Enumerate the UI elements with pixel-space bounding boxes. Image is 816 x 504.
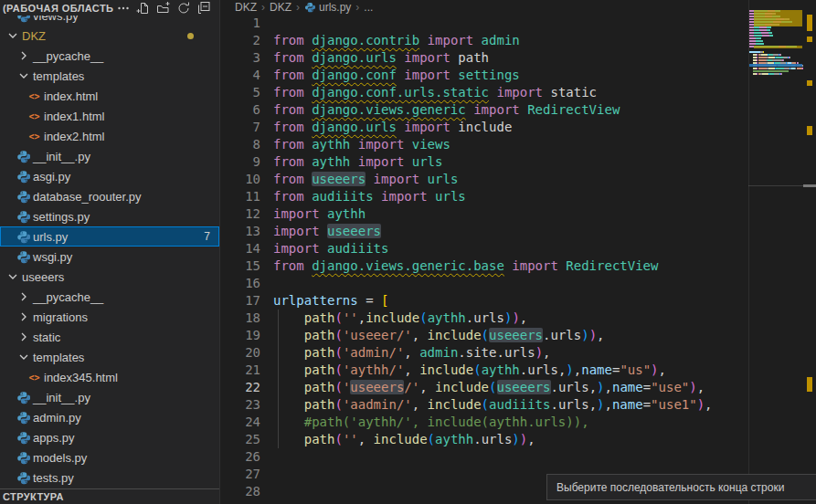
outline-section-header[interactable]: СТРУКТУРА (0, 488, 219, 504)
code-line-2[interactable]: 2from django.contrib import admin (220, 32, 749, 49)
tree-item-label: migrations (31, 310, 88, 324)
code-line-9[interactable]: 9from aythh import urls (220, 153, 749, 171)
minimap-line (768, 32, 772, 34)
code-line-12[interactable]: 12import aythh (220, 205, 749, 223)
python-file-icon (16, 249, 31, 264)
indent-guide (278, 310, 279, 448)
tree-item-asgi-py[interactable]: asgi.py (0, 166, 219, 186)
breadcrumb-item[interactable]: DKZ (235, 1, 257, 14)
tree-item-label: __pycache__ (31, 49, 103, 63)
minimap-current-line (749, 64, 802, 67)
explorer-section-title: (РАБОЧАЯ ОБЛАСТЬ) (3, 3, 113, 14)
tree-item-settings-py[interactable]: settings.py (0, 206, 219, 226)
code-line-4[interactable]: 4from django.conf import settings (220, 67, 749, 84)
code-line-24[interactable]: 24 #path('aythh/', include(aythh.urls)), (220, 414, 749, 431)
tree-item-wsgi-py[interactable]: wsgi.py (0, 247, 219, 267)
html-file-icon: <> (26, 109, 42, 123)
overview-ruler[interactable] (803, 0, 816, 504)
tree-item-templates[interactable]: templates (0, 66, 219, 86)
code-line-15[interactable]: 15from django.views.generic.base import … (220, 257, 749, 275)
minimap-line (780, 54, 781, 56)
code-line-1[interactable]: 1 (220, 15, 749, 32)
python-file-icon (16, 430, 31, 445)
breadcrumb-item[interactable]: urls.py (304, 1, 351, 14)
explorer-actions (113, 0, 214, 16)
minimap-line (768, 68, 775, 69)
code-line-19[interactable]: 19 path('useeer/', include(useeers.urls)… (220, 327, 749, 344)
tree-item-urls-py[interactable]: urls.py7 (0, 226, 219, 247)
explorer-section-header[interactable]: (РАБОЧАЯ ОБЛАСТЬ) (0, 0, 219, 16)
code-line-11[interactable]: 11from audiiits import urls (220, 188, 749, 205)
code-line-17[interactable]: 17urlpatterns = [ (220, 292, 749, 310)
code-line-7[interactable]: 7from django.urls import include (220, 119, 749, 136)
refresh-explorer-icon[interactable] (174, 0, 194, 16)
tree-item-templates[interactable]: templates (0, 347, 219, 367)
breadcrumb-item[interactable]: ... (364, 1, 373, 14)
python-file-icon (16, 149, 31, 163)
code-line-26[interactable]: 26 (220, 448, 749, 466)
new-folder-icon[interactable] (154, 0, 174, 16)
minimap-line (776, 68, 783, 69)
tree-item-index345-html[interactable]: <>index345.html (0, 367, 219, 387)
chevron-right-icon (16, 310, 31, 324)
python-file-icon (16, 209, 31, 224)
code-line-21[interactable]: 21 path('aythh/', include(aythh.urls,),n… (220, 362, 749, 379)
code-line-18[interactable]: 18 path('',include(aythh.urls)), (220, 310, 749, 327)
tree-item--init-py[interactable]: __init__.py (0, 387, 219, 407)
line-number: 22 (220, 379, 260, 396)
code-line-25[interactable]: 25 path('', include(aythh.urls)), (220, 431, 749, 448)
code-text: path('aadmin/', include(audiiits.urls,),… (273, 397, 713, 412)
tree-item-admin-py[interactable]: admin.py (0, 407, 219, 427)
new-file-icon[interactable] (133, 0, 154, 16)
code-line-3[interactable]: 3from django.urls import path (220, 49, 749, 67)
tree-item-label: admin.py (31, 411, 81, 425)
code-text: from django.conf import settings (273, 68, 520, 82)
line-number: 14 (220, 240, 260, 257)
code-line-20[interactable]: 20 path('admin/', admin.site.urls), (220, 344, 749, 362)
code-text: from aythh import urls (273, 154, 442, 169)
tree-item-tests-py[interactable]: tests.py (0, 467, 219, 488)
tree-item--pycache-[interactable]: __pycache__ (0, 46, 219, 66)
minimap-line (749, 40, 756, 42)
line-number: 26 (220, 448, 260, 466)
outline-section-title: СТРУКТУРА (3, 491, 64, 502)
code-text: path('admin/', admin.site.urls), (273, 345, 551, 360)
code-line-5[interactable]: 5from django.conf.urls.static import sta… (220, 84, 749, 101)
code-line-10[interactable]: 10from useeers import urls (220, 171, 749, 188)
python-icon (304, 2, 315, 13)
tree-item-dkz[interactable]: DKZ (0, 26, 219, 46)
line-number: 24 (220, 414, 260, 431)
tree-item--init-py[interactable]: __init__.py (0, 146, 219, 166)
more-actions-icon[interactable] (113, 0, 133, 16)
breadcrumb-separator: › (351, 1, 364, 14)
collapse-folders-icon[interactable] (194, 0, 214, 16)
code-text: import useeers (273, 224, 381, 238)
minimap[interactable] (749, 0, 802, 504)
tree-item-label: settings.py (31, 210, 90, 224)
tree-item-index2-html[interactable]: <>index2.html (0, 126, 219, 146)
code-line-16[interactable]: 16 (220, 275, 749, 292)
tree-item-index1-html[interactable]: <>index1.html (0, 106, 219, 126)
minimap-warning (754, 46, 802, 48)
tree-item-label: __init__.py (31, 391, 90, 404)
code-line-6[interactable]: 6from django.views.generic import Redire… (220, 101, 749, 119)
code-line-22[interactable]: 22 path('useeers/', include(useeers.urls… (220, 379, 749, 396)
tree-item-apps-py[interactable]: apps.py (0, 427, 219, 447)
code-line-8[interactable]: 8from aythh import views (220, 136, 749, 153)
tree-item-index-html[interactable]: <>index.html (0, 86, 219, 106)
code-line-23[interactable]: 23 path('aadmin/', include(audiiits.urls… (220, 396, 749, 414)
tree-item-useeers[interactable]: useeers (0, 267, 219, 287)
tree-item-static[interactable]: static (0, 327, 219, 347)
tree-item-migrations[interactable]: migrations (0, 307, 219, 327)
code-text: from django.views.generic.base import Re… (273, 258, 658, 273)
tree-item-models-py[interactable]: models.py (0, 447, 219, 467)
code-line-14[interactable]: 14import audiiits (220, 240, 749, 257)
tree-item--pycache-[interactable]: __pycache__ (0, 287, 219, 307)
tree-item-database-roouter-py[interactable]: database_roouter.py (0, 186, 219, 206)
code-area[interactable]: 12from django.contrib import admin3from … (220, 15, 749, 504)
breadcrumb-item[interactable]: DKZ (270, 1, 291, 14)
python-file-icon (16, 450, 31, 465)
code-line-13[interactable]: 13import useeers (220, 223, 749, 240)
line-number: 6 (220, 101, 260, 119)
tree-item-label: static (31, 331, 60, 344)
